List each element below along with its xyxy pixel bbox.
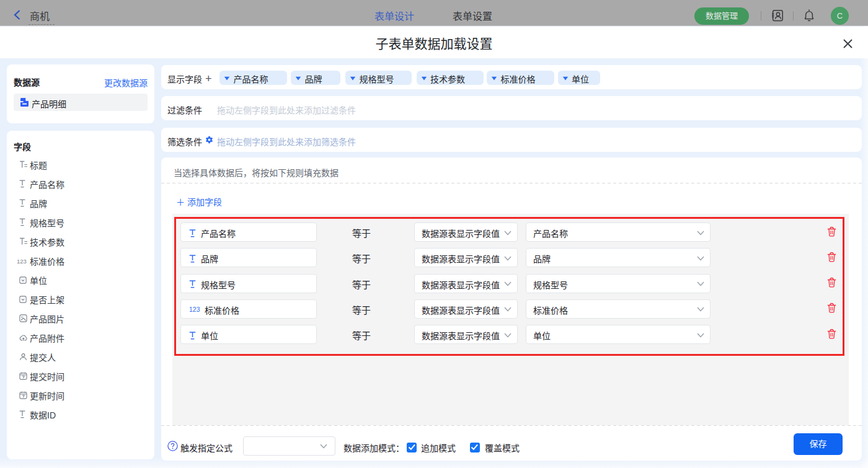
svg-text:123: 123: [17, 258, 27, 265]
svg-text:123: 123: [189, 306, 200, 313]
